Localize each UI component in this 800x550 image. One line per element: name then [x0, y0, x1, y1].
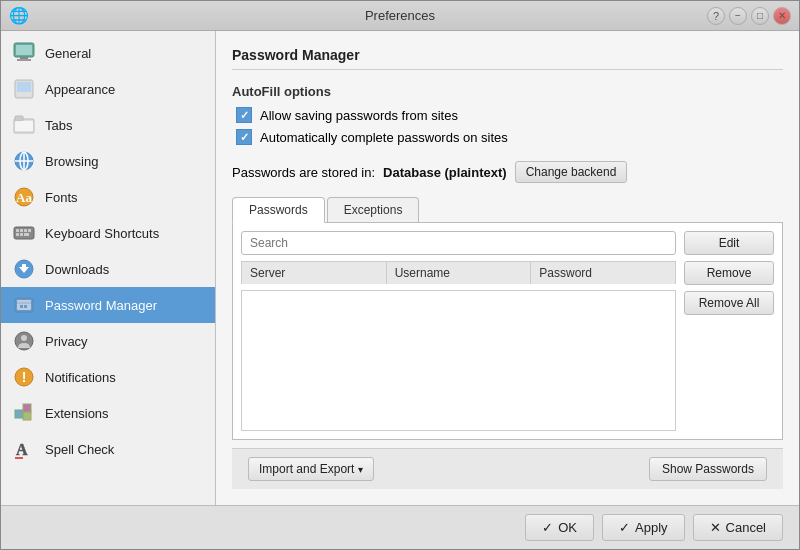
sidebar-item-general[interactable]: General [1, 35, 215, 71]
svg-rect-1 [16, 45, 32, 55]
import-export-chevron-icon: ▾ [358, 464, 363, 475]
sidebar-item-keyboard-shortcuts[interactable]: Keyboard Shortcuts [1, 215, 215, 251]
sidebar-label-general: General [45, 46, 91, 61]
sidebar-item-tabs[interactable]: Tabs [1, 107, 215, 143]
svg-rect-19 [24, 229, 27, 232]
sidebar-item-extensions[interactable]: Extensions [1, 395, 215, 431]
ok-icon: ✓ [542, 520, 553, 535]
tab-passwords[interactable]: Passwords [232, 197, 325, 223]
svg-rect-18 [20, 229, 23, 232]
appearance-icon [13, 78, 35, 100]
remove-all-button[interactable]: Remove All [684, 291, 774, 315]
tabs-icon [13, 114, 35, 136]
svg-rect-20 [28, 229, 31, 232]
sidebar: General Appearance Tabs Browsing [1, 31, 216, 505]
svg-rect-22 [20, 233, 23, 236]
sidebar-label-password-manager: Password Manager [45, 298, 157, 313]
close-button[interactable]: ✕ [773, 7, 791, 25]
cancel-icon: ✕ [710, 520, 721, 535]
cancel-button[interactable]: ✕ Cancel [693, 514, 783, 541]
sidebar-label-browsing: Browsing [45, 154, 98, 169]
sidebar-label-keyboard-shortcuts: Keyboard Shortcuts [45, 226, 159, 241]
col-server: Server [242, 262, 387, 284]
storage-label: Passwords are stored in: [232, 165, 375, 180]
sidebar-label-downloads: Downloads [45, 262, 109, 277]
help-button[interactable]: ? [707, 7, 725, 25]
import-export-label: Import and Export [259, 462, 354, 476]
svg-rect-28 [17, 300, 31, 310]
col-username: Username [387, 262, 532, 284]
change-backend-button[interactable]: Change backend [515, 161, 628, 183]
sidebar-item-notifications[interactable]: ! Notifications [1, 359, 215, 395]
checkbox-allow-saving-label: Allow saving passwords from sites [260, 108, 458, 123]
svg-rect-17 [16, 229, 19, 232]
svg-rect-5 [17, 82, 31, 92]
fonts-icon: Aa [13, 186, 35, 208]
sidebar-label-appearance: Appearance [45, 82, 115, 97]
ok-button[interactable]: ✓ OK [525, 514, 594, 541]
search-input[interactable] [241, 231, 676, 255]
browsing-icon [13, 150, 35, 172]
svg-text:!: ! [22, 369, 27, 385]
svg-rect-9 [15, 121, 33, 131]
passwords-table-body [241, 290, 676, 431]
svg-rect-30 [20, 305, 23, 308]
sidebar-item-browsing[interactable]: Browsing [1, 143, 215, 179]
apply-icon: ✓ [619, 520, 630, 535]
remove-button[interactable]: Remove [684, 261, 774, 285]
passwords-panel: Server Username Password Edit Remove Rem… [232, 223, 783, 440]
sidebar-label-extensions: Extensions [45, 406, 109, 421]
sidebar-item-fonts[interactable]: Aa Fonts [1, 179, 215, 215]
content-area: General Appearance Tabs Browsing [1, 31, 799, 505]
sidebar-item-password-manager[interactable]: Password Manager [1, 287, 215, 323]
sidebar-label-spell-check: Spell Check [45, 442, 114, 457]
password-manager-icon [13, 294, 35, 316]
minimize-button[interactable]: − [729, 7, 747, 25]
show-passwords-button[interactable]: Show Passwords [649, 457, 767, 481]
titlebar-controls: ? − □ ✕ [707, 7, 791, 25]
svg-rect-31 [24, 305, 27, 308]
sidebar-item-privacy[interactable]: Privacy [1, 323, 215, 359]
sidebar-item-spell-check[interactable]: A Spell Check [1, 431, 215, 467]
bottom-bar: Import and Export ▾ Show Passwords [232, 448, 783, 489]
svg-point-33 [21, 335, 27, 341]
import-export-button[interactable]: Import and Export ▾ [248, 457, 374, 481]
maximize-button[interactable]: □ [751, 7, 769, 25]
section-title: Password Manager [232, 47, 783, 70]
passwords-left: Server Username Password [241, 231, 676, 431]
titlebar-left: 🌐 [9, 6, 29, 25]
svg-rect-26 [22, 264, 26, 269]
main-panel: Password Manager AutoFill options Allow … [216, 31, 799, 505]
edit-button[interactable]: Edit [684, 231, 774, 255]
downloads-icon [13, 258, 35, 280]
svg-rect-23 [24, 233, 29, 236]
keyboard-shortcuts-icon [13, 222, 35, 244]
window-title: Preferences [365, 8, 435, 23]
autofill-title: AutoFill options [232, 84, 783, 99]
footer: ✓ OK ✓ Apply ✕ Cancel [1, 505, 799, 549]
svg-rect-37 [23, 404, 31, 412]
apply-label: Apply [635, 520, 668, 535]
notifications-icon: ! [13, 366, 35, 388]
svg-rect-8 [15, 116, 23, 121]
spell-check-icon: A [13, 438, 35, 460]
sidebar-label-privacy: Privacy [45, 334, 88, 349]
sidebar-item-downloads[interactable]: Downloads [1, 251, 215, 287]
preferences-window: 🌐 Preferences ? − □ ✕ General Appearanc [0, 0, 800, 550]
apply-button[interactable]: ✓ Apply [602, 514, 685, 541]
checkbox-allow-saving[interactable] [236, 107, 252, 123]
titlebar: 🌐 Preferences ? − □ ✕ [1, 1, 799, 31]
cancel-label: Cancel [726, 520, 766, 535]
checkbox-auto-complete[interactable] [236, 129, 252, 145]
tab-exceptions[interactable]: Exceptions [327, 197, 420, 222]
svg-rect-36 [15, 410, 23, 418]
app-icon: 🌐 [9, 6, 29, 25]
svg-rect-21 [16, 233, 19, 236]
sidebar-label-fonts: Fonts [45, 190, 78, 205]
svg-text:Aa: Aa [16, 190, 32, 205]
checkbox-auto-complete-label: Automatically complete passwords on site… [260, 130, 508, 145]
checkbox-row-1: Allow saving passwords from sites [236, 107, 783, 123]
sidebar-item-appearance[interactable]: Appearance [1, 71, 215, 107]
svg-rect-2 [20, 57, 28, 59]
svg-text:A: A [16, 441, 28, 458]
